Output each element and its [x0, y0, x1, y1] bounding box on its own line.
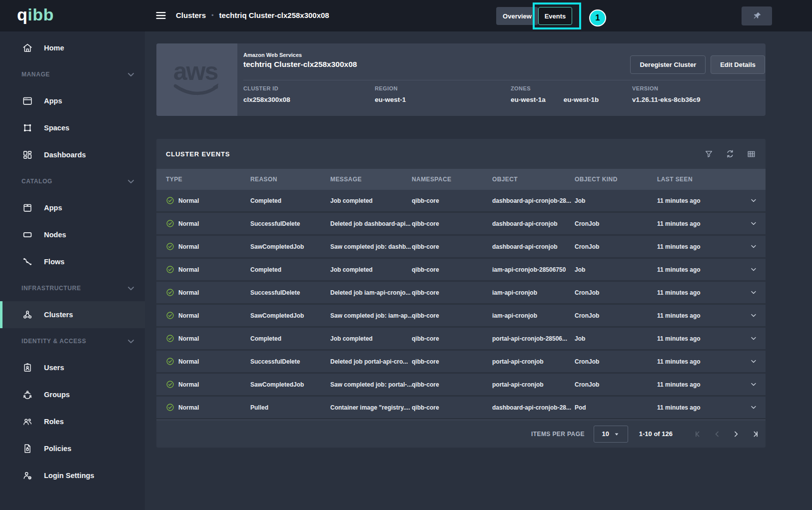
page-size-value: 10 [602, 430, 609, 438]
sidebar-item-home[interactable]: Home [0, 34, 145, 61]
sidebar-section-manage[interactable]: MANAGE [0, 61, 145, 87]
next-page-button[interactable] [732, 430, 741, 439]
pagination-bar: ITEMS PER PAGE 10 1-10 of 126 [156, 420, 766, 448]
expand-row-chevron-icon[interactable] [750, 196, 766, 205]
check-circle-icon [166, 357, 174, 366]
expand-row-chevron-icon[interactable] [750, 219, 766, 228]
col-object: OBJECT [492, 176, 575, 183]
cell-object-kind: CronJob [575, 289, 657, 296]
sidebar-item-label: Flows [44, 258, 64, 266]
cell-message: Job completed [330, 266, 412, 273]
cell-type-text: Normal [178, 220, 199, 227]
sidebar-item-apps-manage[interactable]: Apps [0, 87, 145, 114]
edit-details-button[interactable]: Edit Details [711, 55, 765, 74]
sidebar-item-roles[interactable]: Roles [0, 408, 145, 435]
sidebar-section-catalog[interactable]: CATALOG [0, 168, 145, 194]
cluster-events-panel: CLUSTER EVENTS TYPE REASON MESSAGE NAMES… [156, 139, 766, 448]
event-row[interactable]: Normal Completed Job completed qibb-core… [156, 190, 766, 213]
event-row[interactable]: Normal SuccessfulDelete Deleted job dash… [156, 213, 766, 236]
cluster-card-body: Amazon Web Services techtriq Cluster-clx… [237, 43, 766, 116]
sidebar-item-groups[interactable]: Groups [0, 381, 145, 408]
expand-row-chevron-icon[interactable] [750, 311, 766, 320]
expand-row-chevron-icon[interactable] [750, 334, 766, 343]
cell-object-kind: Pod [575, 404, 657, 411]
previous-page-button[interactable] [713, 430, 722, 439]
cell-namespace: qibb-core [412, 335, 492, 342]
clusters-icon [22, 309, 33, 320]
sidebar-item-nodes[interactable]: Nodes [0, 221, 145, 248]
sidebar-section-label: IDENTITY & ACCESS [21, 338, 86, 345]
sidebar-item-apps-catalog[interactable]: Apps [0, 194, 145, 221]
policies-icon [22, 443, 33, 454]
table-view-icon[interactable] [747, 149, 756, 159]
cell-type-text: Normal [178, 381, 199, 388]
sidebar-item-login-settings[interactable]: Login Settings [0, 462, 145, 489]
cluster-provider-label: Amazon Web Services [243, 52, 302, 58]
events-tab-button[interactable]: Events [538, 7, 572, 25]
cell-type-text: Normal [178, 335, 199, 342]
sidebar-item-clusters[interactable]: Clusters [0, 301, 145, 328]
deregister-cluster-button[interactable]: Deregister Cluster [630, 55, 706, 74]
expand-row-chevron-icon[interactable] [750, 242, 766, 251]
chevron-down-icon [127, 177, 135, 185]
event-row[interactable]: Normal SawCompletedJob Saw completed job… [156, 305, 766, 328]
cell-object: portal-api-cronjob-28506... [492, 335, 575, 342]
expand-row-chevron-icon[interactable] [750, 265, 766, 274]
sidebar-item-users[interactable]: Users [0, 354, 145, 381]
expand-row-chevron-icon[interactable] [750, 357, 766, 366]
col-reason: REASON [250, 176, 330, 183]
cell-namespace: qibb-core [412, 381, 492, 388]
spaces-icon [22, 122, 33, 133]
cell-object: portal-api-cronjob [492, 358, 575, 365]
hamburger-menu-icon[interactable] [155, 9, 167, 21]
qibb-logo[interactable]: qibb [17, 5, 54, 24]
last-page-button[interactable] [751, 430, 760, 439]
event-row[interactable]: Normal SuccessfulDelete Deleted job port… [156, 351, 766, 374]
sidebar-item-flows[interactable]: Flows [0, 248, 145, 275]
sidebar-item-dashboards[interactable]: Dashboards [0, 141, 145, 168]
overview-tab-button[interactable]: Overview [496, 7, 538, 25]
breadcrumb-page-title: techtriq Cluster-clx258x300x08 [219, 11, 329, 19]
cell-reason: SuccessfulDelete [250, 358, 330, 365]
expand-row-chevron-icon[interactable] [750, 288, 766, 297]
event-row[interactable]: Normal Pulled Container image "registry.… [156, 397, 766, 420]
cell-object-kind: CronJob [575, 381, 657, 388]
topbar: qibb Clusters • techtriq Cluster-clx258x… [0, 0, 812, 31]
cell-type-text: Normal [178, 358, 199, 365]
sidebar-item-policies[interactable]: Policies [0, 435, 145, 462]
version-value: v1.26.11-eks-8cb36c9 [632, 96, 701, 103]
cell-object-kind: CronJob [575, 243, 657, 250]
cell-type-text: Normal [178, 312, 199, 319]
refresh-icon[interactable] [725, 149, 735, 159]
cell-namespace: qibb-core [412, 358, 492, 365]
expand-row-chevron-icon[interactable] [750, 380, 766, 389]
sidebar-section-infrastructure[interactable]: INFRASTRUCTURE [0, 275, 145, 301]
expand-row-chevron-icon[interactable] [750, 403, 766, 412]
annotation-step-badge: 1 [589, 9, 606, 26]
cell-object: iam-api-cronjob-28506750 [492, 266, 575, 273]
cell-object: dashboard-api-cronjob-28... [492, 197, 575, 204]
event-row[interactable]: Normal SawCompletedJob Saw completed job… [156, 236, 766, 259]
pin-button[interactable] [742, 6, 772, 25]
cell-reason: Completed [250, 197, 330, 204]
event-row[interactable]: Normal SawCompletedJob Saw completed job… [156, 374, 766, 397]
sidebar-item-label: Roles [44, 418, 64, 426]
filter-icon[interactable] [704, 149, 714, 159]
event-row[interactable]: Normal SuccessfulDelete Deleted job iam-… [156, 282, 766, 305]
sidebar-item-spaces[interactable]: Spaces [0, 114, 145, 141]
cell-last-seen: 11 minutes ago [657, 335, 750, 342]
cell-namespace: qibb-core [412, 220, 492, 227]
cell-object-kind: CronJob [575, 358, 657, 365]
cell-reason: SawCompletedJob [250, 381, 330, 388]
cell-reason: Completed [250, 266, 330, 273]
sidebar-section-identity-access[interactable]: IDENTITY & ACCESS [0, 328, 145, 354]
chevron-down-icon [127, 284, 135, 292]
event-row[interactable]: Normal Completed Job completed qibb-core… [156, 259, 766, 282]
page-size-select[interactable]: 10 [594, 426, 628, 443]
cell-object: portal-api-cronjob [492, 381, 575, 388]
cell-reason: SawCompletedJob [250, 312, 330, 319]
event-row[interactable]: Normal Completed Job completed qibb-core… [156, 328, 766, 351]
first-page-button[interactable] [694, 430, 703, 439]
check-circle-icon [166, 219, 174, 228]
breadcrumb-clusters[interactable]: Clusters [176, 11, 206, 19]
